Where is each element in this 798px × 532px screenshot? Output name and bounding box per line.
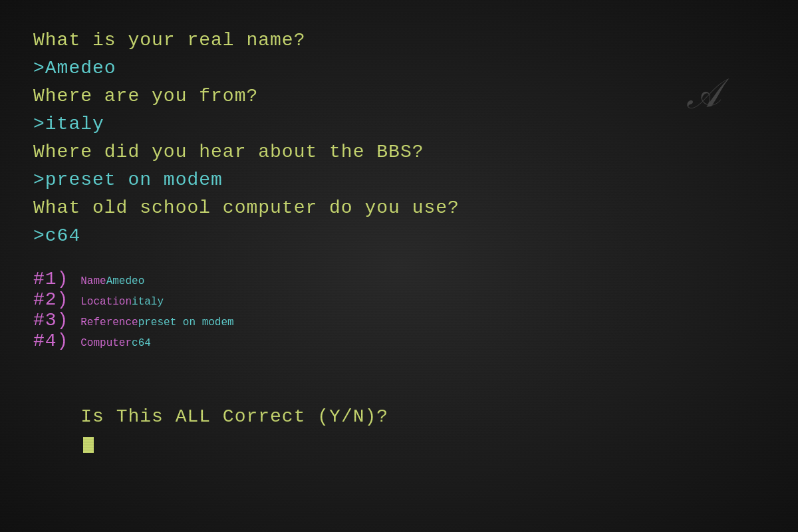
answer-2: >italy [33,110,765,138]
summary-number-4: #4) [33,331,80,351]
terminal-screen: 𝒜 What is your real name? >Amedeo Where … [0,0,798,532]
summary-row-1: #1) Name Amedeo [33,269,765,289]
summary-number-2: #2) [33,289,80,310]
summary-value-2: italy [132,296,164,308]
spacer-2 [33,351,765,370]
summary-row-2: #2) Location italy [33,289,765,310]
spacer-1 [33,250,765,269]
answer-3: >preset on modem [33,166,765,194]
cursor-block [83,437,94,453]
summary-number-3: #3) [33,310,80,331]
confirm-text: Is This ALL Correct (Y/N)? [80,406,388,427]
summary-value-3: preset on modem [138,317,234,329]
summary-label-2: Location [80,296,132,308]
question-2: Where are you from? [33,82,765,110]
summary-value-4: c64 [132,337,151,349]
confirm-prompt[interactable]: Is This ALL Correct (Y/N)? [33,375,765,487]
summary-row-3: #3) Reference preset on modem [33,310,765,331]
answer-1: >Amedeo [33,55,765,82]
summary-number-1: #1) [33,269,80,289]
answer-4: >c64 [33,222,765,250]
summary-label-3: Reference [80,317,138,329]
summary-label-4: Computer [80,337,132,349]
question-4: What old school computer do you use? [33,194,765,222]
summary-value-1: Amedeo [106,275,145,287]
question-3: Where did you hear about the BBS? [33,138,765,166]
summary-row-4: #4) Computer c64 [33,331,765,351]
summary-label-1: Name [80,275,106,287]
question-1: What is your real name? [33,27,765,55]
